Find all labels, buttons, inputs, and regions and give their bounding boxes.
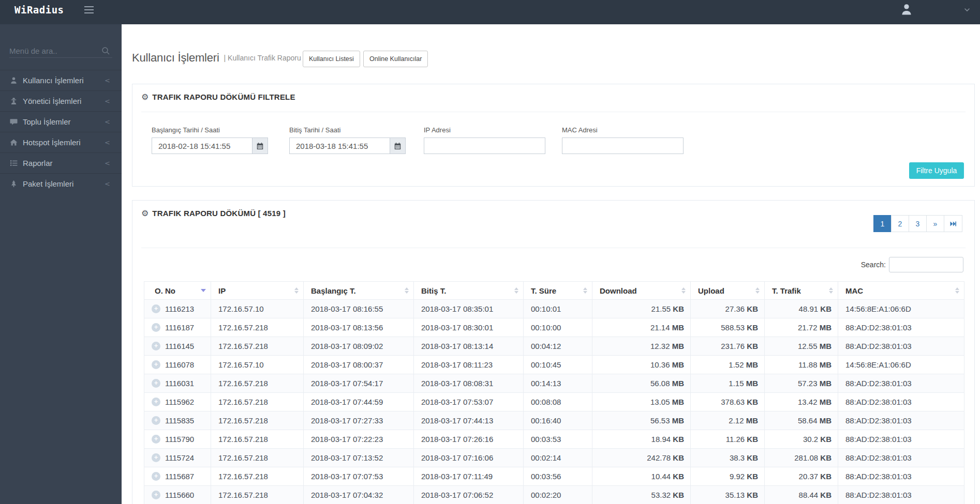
expand-row-button[interactable]: +: [152, 304, 160, 313]
cell-duration: 00:10:01: [524, 300, 592, 318]
ip-address-input[interactable]: [424, 138, 545, 154]
table-search-input[interactable]: [889, 257, 963, 272]
main-content: Kullanıcı İşlemleri | Kullanıcı Trafik R…: [122, 24, 980, 504]
cell-duration: 00:03:56: [524, 467, 592, 486]
cell-start: 2018-03-17 07:07:53: [304, 467, 414, 486]
table-row: +1116213172.16.57.102018-03-17 08:16:552…: [144, 300, 964, 318]
cell-trafik: 48.91 KB: [765, 300, 838, 318]
sidebar-search-placeholder: Menü de ara..: [9, 47, 57, 55]
sidebar-item-kullanici-islemleri[interactable]: Kullanıcı İşlemleri <: [0, 70, 122, 90]
calendar-addon-button[interactable]: [390, 138, 406, 154]
expand-row-button[interactable]: +: [152, 472, 160, 481]
start-date-input[interactable]: [152, 138, 253, 154]
col-header-baslangic[interactable]: Başlangıç T.: [304, 282, 414, 300]
pagination-next[interactable]: »: [926, 215, 944, 232]
table-search: Search:: [861, 257, 963, 272]
cell-ono-wrap: +1116031: [144, 374, 211, 393]
pagination-page-2[interactable]: 2: [891, 215, 909, 232]
chevron-left-icon: <: [105, 97, 110, 105]
expand-row-button[interactable]: +: [152, 453, 160, 462]
table-row: +1115660172.16.57.2182018-03-17 07:04:32…: [144, 486, 964, 504]
cell-download: 56.53 MB: [592, 411, 691, 430]
cell-ip: 172.16.57.218: [211, 393, 304, 411]
user-icon: [9, 77, 18, 85]
col-header-download[interactable]: Download: [592, 282, 691, 300]
cell-upload: 35.13 KB: [691, 486, 765, 504]
cell-trafik: 12.55 MB: [765, 337, 838, 356]
cell-ono: 1115660: [165, 491, 194, 499]
expand-row-button[interactable]: +: [152, 379, 160, 388]
pagination-page-1[interactable]: 1: [873, 215, 892, 232]
cell-duration: 00:04:12: [524, 337, 592, 356]
calendar-addon-button[interactable]: [253, 138, 268, 154]
cell-mac: 88:AD:D2:38:01:03: [838, 393, 964, 411]
filtre-uygula-button[interactable]: Filtre Uygula: [909, 162, 964, 179]
cell-trafik: 20.37 KB: [765, 467, 838, 486]
gear-icon: ⚙: [141, 92, 149, 102]
end-date-input[interactable]: [289, 138, 390, 154]
sort-icon: [583, 287, 587, 294]
expand-row-button[interactable]: +: [152, 435, 160, 444]
col-header-bitis[interactable]: Bitiş T.: [414, 282, 524, 300]
col-header-trafik[interactable]: T. Trafik: [765, 282, 838, 300]
cell-download: 18.94 KB: [592, 430, 691, 449]
col-header-ip[interactable]: IP: [211, 282, 304, 300]
col-header-sure[interactable]: T. Süre: [524, 282, 592, 300]
cell-download: 21.55 KB: [592, 300, 691, 318]
cell-ip: 172.16.57.218: [211, 411, 304, 430]
mac-address-field: MAC Adresi: [562, 126, 684, 154]
sidebar-item-hotspot-islemleri[interactable]: Hotspot İşlemleri <: [0, 132, 122, 152]
cell-ip: 172.16.57.218: [211, 430, 304, 449]
cell-trafik: 281.08 KB: [765, 449, 838, 467]
cell-trafik: 57.23 MB: [765, 374, 838, 393]
mac-address-input[interactable]: [562, 138, 684, 154]
cell-end: 2018-03-17 07:06:52: [414, 486, 524, 504]
sidebar-item-yonetici-islemleri[interactable]: Yönetici İşlemleri <: [0, 90, 122, 111]
chevron-down-icon[interactable]: [963, 7, 971, 13]
sidebar-item-raporlar[interactable]: Raporlar <: [0, 152, 122, 173]
pagination-page-3[interactable]: 3: [909, 215, 927, 232]
user-secret-icon: [9, 97, 18, 105]
sidebar-item-paket-islemleri[interactable]: Paket İşlemleri <: [0, 173, 122, 194]
sort-icon: [294, 287, 299, 294]
cell-ip: 172.16.57.10: [211, 356, 304, 374]
cell-upload: 1.52 MB: [691, 356, 765, 374]
cell-upload: 38.3 KB: [691, 449, 765, 467]
kullanici-listesi-button[interactable]: Kullanıcı Listesi: [303, 51, 360, 67]
cell-ono-wrap: +1115835: [144, 411, 211, 430]
expand-row-button[interactable]: +: [152, 323, 160, 332]
col-header-upload[interactable]: Upload: [691, 282, 765, 300]
col-header-ono[interactable]: O. No: [144, 282, 211, 300]
expand-row-button[interactable]: +: [152, 398, 160, 406]
cell-duration: 00:14:13: [524, 374, 592, 393]
chevron-left-icon: <: [105, 159, 110, 167]
cell-start: 2018-03-17 08:09:02: [304, 337, 414, 356]
online-kullanicilar-button[interactable]: Online Kullanıcılar: [363, 51, 428, 67]
cell-ono-wrap: +1115724: [144, 449, 211, 467]
comment-icon: [9, 118, 18, 126]
expand-row-button[interactable]: +: [152, 342, 160, 350]
cell-ono: 1115835: [165, 416, 194, 425]
ip-address-label: IP Adresi: [424, 126, 545, 134]
user-avatar-icon[interactable]: [900, 3, 913, 16]
cell-duration: 00:10:45: [524, 356, 592, 374]
col-header-mac[interactable]: MAC: [838, 282, 964, 300]
page-subtitle: | Kullanıcı Trafik Raporu: [224, 54, 301, 62]
table-header-row: O. No IP Başlangıç T. Bitiş T. T. Süre D…: [144, 282, 964, 300]
sidebar-item-toplu-islemler[interactable]: Toplu İşlemler <: [0, 111, 122, 132]
expand-row-button[interactable]: +: [152, 491, 160, 499]
sidebar-search-input[interactable]: Menü de ara..: [9, 45, 112, 58]
cell-start: 2018-03-17 07:54:17: [304, 374, 414, 393]
cell-end: 2018-03-17 08:35:01: [414, 300, 524, 318]
cell-end: 2018-03-17 08:30:01: [414, 318, 524, 337]
pagination-last[interactable]: [944, 215, 962, 232]
end-date-field: Bitiş Tarihi / Saati: [289, 126, 406, 154]
cell-ono-wrap: +1116078: [144, 356, 211, 374]
cell-end: 2018-03-17 07:53:07: [414, 393, 524, 411]
cell-end: 2018-03-17 08:11:23: [414, 356, 524, 374]
sidebar-toggle-icon[interactable]: [84, 6, 94, 13]
app-logo: WiRadius: [14, 4, 64, 16]
expand-row-button[interactable]: +: [152, 416, 160, 425]
expand-row-button[interactable]: +: [152, 360, 160, 369]
page-title: Kullanıcı İşlemleri: [132, 51, 219, 65]
